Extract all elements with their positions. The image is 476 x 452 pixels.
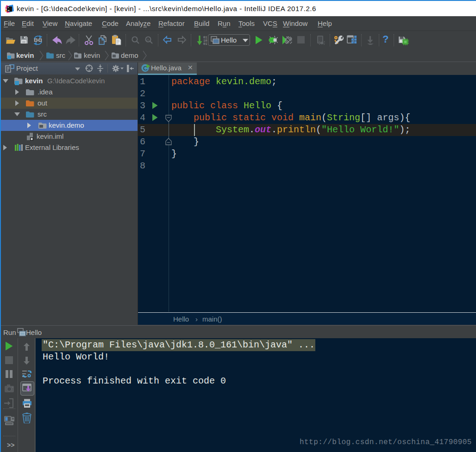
svg-text:01: 01 [203, 42, 207, 46]
svg-text:A: A [147, 37, 150, 42]
